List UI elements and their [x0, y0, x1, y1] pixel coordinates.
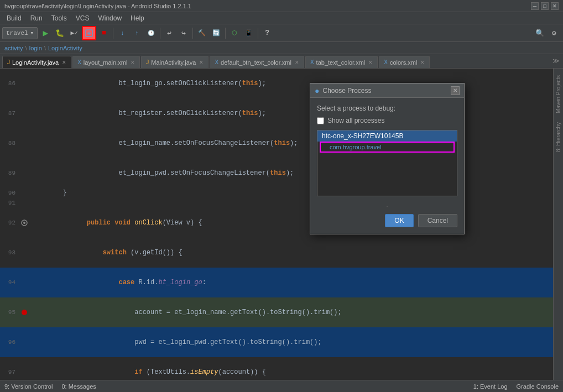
dialog-ok-btn[interactable]: OK [385, 214, 413, 227]
run-config-label: travel [6, 30, 28, 36]
tab-default-btn-color[interactable]: X default_btn_text_color.xml ✕ [210, 56, 304, 68]
line-num: 89 [0, 168, 20, 178]
help-btn[interactable]: ? [260, 27, 274, 40]
debug-btn[interactable]: 🐛 [53, 27, 66, 40]
tab-close-1[interactable]: ✕ [131, 60, 135, 65]
menu-window[interactable]: Window [93, 13, 126, 23]
sync-btn[interactable]: 🔄 [210, 27, 223, 40]
tab-label-2: MainActivity.java [151, 59, 196, 66]
line-content: switch (v.getId()) { [29, 238, 553, 268]
choose-process-dialog: ● Choose Process ✕ Select a process to d… [310, 83, 465, 234]
tab-close-0[interactable]: ✕ [62, 60, 66, 65]
tab-icon-4: X [310, 59, 314, 65]
tab-label-0: LoginActivity.java [12, 59, 59, 66]
settings-btn[interactable]: ⚙ [548, 27, 561, 40]
tab-label-1: layout_main.xml [84, 59, 127, 66]
process-item-app[interactable]: com.hvgroup.travel [320, 142, 455, 153]
coverage-btn[interactable]: ▶✓ [67, 27, 81, 40]
undo-btn[interactable]: ↩ [163, 27, 176, 40]
tab-close-2[interactable]: ✕ [199, 60, 204, 65]
avd-manager-btn[interactable]: 📱 [242, 27, 256, 40]
sep4 [225, 28, 226, 39]
tab-close-3[interactable]: ✕ [295, 60, 299, 65]
run-btn[interactable]: ▶ [39, 27, 52, 40]
tabs-more-btn[interactable]: ≫ [549, 57, 563, 65]
redo-btn[interactable]: ↪ [177, 27, 190, 40]
sidebar-tab-maven[interactable]: Maven Projects [554, 71, 562, 118]
breadcrumb-sep2: \ [44, 45, 46, 51]
line-num: 92 [0, 218, 20, 228]
search-btn[interactable]: 🔍 [533, 27, 546, 40]
vcs-history-btn[interactable]: 🕐 [144, 27, 158, 40]
status-event-log[interactable]: 1: Event Log [473, 383, 508, 390]
menu-tools[interactable]: Tools [47, 13, 71, 23]
dialog-cancel-btn[interactable]: Cancel [418, 214, 457, 227]
line-content: public void onClick(View v) { [29, 208, 553, 238]
vcs-update-btn[interactable]: ↓ [116, 27, 129, 40]
table-row: 90 } [0, 188, 553, 198]
table-row: 93 switch (v.getId()) { [0, 238, 553, 268]
tab-close-4[interactable]: ✕ [368, 60, 373, 65]
process-list[interactable]: htc-one_x-SH27EW10145B com.hvgroup.trave… [317, 130, 457, 196]
build-project-btn[interactable]: 🔨 [195, 27, 208, 40]
table-row: 97 if (TextUtils.isEmpty(account)) { [0, 357, 553, 380]
line-num: 94 [0, 278, 20, 288]
line-num: 90 [0, 188, 20, 198]
tab-mainactivity[interactable]: J MainActivity.java ✕ [141, 56, 208, 68]
status-version-control[interactable]: 9: Version Control [4, 383, 53, 390]
sep3 [192, 28, 193, 39]
tab-loginactivity[interactable]: J LoginActivity.java ✕ [2, 56, 71, 68]
minimize-btn[interactable]: ─ [531, 2, 539, 10]
status-messages[interactable]: 0: Messages [61, 383, 96, 390]
tab-tab-text-color[interactable]: X tab_text_color.xml ✕ [305, 56, 378, 68]
title-text: hvgroup\travel\activity\login\LoginActiv… [4, 3, 191, 9]
breadcrumb-activity[interactable]: activity [4, 45, 23, 51]
status-bar: 9: Version Control 0: Messages 1: Event … [0, 380, 563, 392]
table-row: 92 public void onClick(View v) { [0, 208, 553, 238]
code-editor[interactable]: 86 bt_login_go.setOnClickListener(this);… [0, 69, 553, 380]
title-bar: hvgroup\travel\activity\login\LoginActiv… [0, 0, 563, 12]
run-config-dropdown[interactable]: travel ▾ [2, 27, 38, 39]
process-item-device[interactable]: htc-one_x-SH27EW10145B [317, 130, 457, 142]
tabs-bar: J LoginActivity.java ✕ X layout_main.xml… [0, 54, 563, 69]
menu-build[interactable]: Build [2, 13, 26, 23]
tab-icon-3: X [215, 59, 218, 65]
sidebar-tab-hierarchy[interactable]: 8: Hierarchy [554, 118, 562, 156]
line-content: bt_login_go.setOnClickListener(this); [29, 69, 553, 98]
code-lines: 86 bt_login_go.setOnClickListener(this);… [0, 69, 553, 380]
attach-debugger-btn[interactable] [82, 26, 96, 40]
menu-bar: Build Run Tools VCS Window Help [0, 12, 563, 24]
tab-icon-1: X [77, 59, 81, 65]
table-row: 96 pwd = et_login_pwd.getText().toString… [0, 327, 553, 357]
bookmark-icon [20, 219, 28, 227]
dropdown-arrow-icon: ▾ [30, 29, 34, 36]
dialog-close-btn[interactable]: ✕ [451, 86, 460, 95]
menu-run[interactable]: Run [26, 13, 47, 23]
breadcrumb-class[interactable]: LoginActivity [48, 45, 82, 51]
tab-close-5[interactable]: ✕ [420, 60, 425, 65]
tab-label-5: colors.xml [390, 59, 418, 66]
vcs-commit-btn[interactable]: ↑ [130, 27, 143, 40]
close-btn[interactable]: ✕ [551, 2, 559, 10]
table-row: 88 et_login_name.setOnFocusChangeListene… [0, 128, 553, 158]
breadcrumb-sep1: \ [25, 45, 27, 51]
tab-colors[interactable]: X colors.xml ✕ [379, 56, 430, 68]
stop-btn[interactable]: ■ [97, 27, 111, 40]
menu-help[interactable]: Help [126, 13, 149, 23]
window-controls: ─ □ ✕ [531, 2, 559, 10]
maximize-btn[interactable]: □ [541, 2, 549, 10]
menu-vcs[interactable]: VCS [71, 13, 94, 23]
line-content: et_login_pwd.setOnFocusChangeListener(th… [29, 158, 553, 188]
sdk-manager-btn[interactable]: ⬡ [228, 27, 241, 40]
status-gradle-console[interactable]: Gradle Console [517, 383, 559, 390]
table-row: 94 case R.id.bt_login_go: [0, 268, 553, 297]
dialog-label: Select a process to debug: [317, 104, 457, 112]
table-row: 86 bt_login_go.setOnClickListener(this); [0, 69, 553, 98]
breadcrumb-login[interactable]: login [29, 45, 42, 51]
tab-layout-main[interactable]: X layout_main.xml ✕ [72, 56, 140, 68]
show-all-label[interactable]: Show all processes [327, 117, 384, 124]
sep2 [160, 28, 160, 39]
table-row: 91 [0, 198, 553, 208]
dialog-buttons: OK Cancel [317, 214, 457, 227]
show-all-processes-checkbox[interactable] [317, 117, 324, 124]
